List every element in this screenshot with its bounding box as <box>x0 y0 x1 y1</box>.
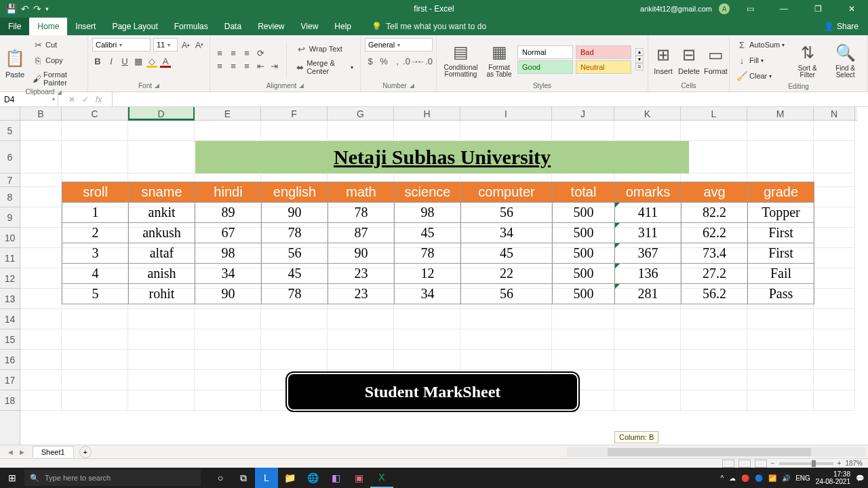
border-icon[interactable]: ▦ <box>133 56 144 66</box>
table-cell[interactable]: 3 <box>62 243 129 264</box>
formula-input[interactable] <box>113 92 868 106</box>
table-cell[interactable]: 5 <box>62 284 129 304</box>
table-cell[interactable]: 34 <box>461 223 553 243</box>
zoom-out-icon[interactable]: − <box>771 460 775 467</box>
table-header[interactable]: computer <box>461 182 553 203</box>
copy-button[interactable]: ⎘Copy <box>30 54 66 67</box>
row-header-11[interactable]: 11 <box>0 248 20 268</box>
taskbar-file-explorer[interactable]: 📁 <box>278 468 301 488</box>
table-header[interactable]: hindi <box>195 182 262 203</box>
table-cell[interactable]: 2 <box>62 223 129 243</box>
align-right-icon[interactable]: ≡ <box>241 60 252 71</box>
table-cell[interactable]: First <box>748 243 814 264</box>
wrap-text-button[interactable]: ↩Wrap Text <box>294 42 345 56</box>
view-page-break-icon[interactable] <box>755 460 767 468</box>
comma-icon[interactable]: , <box>392 56 403 66</box>
align-center-icon[interactable]: ≡ <box>228 60 239 71</box>
paste-button[interactable]: 📋 Paste <box>4 47 26 79</box>
taskbar-app-2[interactable]: ◧ <box>324 468 347 488</box>
conditional-formatting-button[interactable]: ▤Conditional Formatting <box>441 41 481 78</box>
row-header-10[interactable]: 10 <box>0 228 20 248</box>
fx-cancel-icon[interactable]: ✕ <box>68 95 75 104</box>
row-headers[interactable]: 56789101112131415161718 <box>0 121 20 445</box>
tray-notifications-icon[interactable]: 💬 <box>856 474 864 482</box>
table-cell[interactable]: 500 <box>553 284 615 304</box>
maximize-button[interactable]: ❐ <box>804 0 831 18</box>
column-header-B[interactable]: B <box>20 107 62 120</box>
table-header[interactable]: english <box>262 182 328 203</box>
table-cell[interactable]: 67 <box>195 223 262 243</box>
increase-decimal-icon[interactable]: .0→ <box>406 56 416 66</box>
clear-button[interactable]: 🧹Clear▾ <box>734 69 774 83</box>
tab-formulas[interactable]: Formulas <box>166 18 216 35</box>
account-avatar[interactable]: A <box>719 3 730 14</box>
styles-scroll-down-icon[interactable]: ▾ <box>635 56 644 63</box>
format-painter-button[interactable]: 🖌Format Painter <box>30 69 83 88</box>
merge-center-button[interactable]: ⬌Merge & Center▾ <box>294 58 356 77</box>
table-cell[interactable]: ankit <box>129 203 195 223</box>
tray-clock[interactable]: 17:38 24-08-2021 <box>816 470 850 485</box>
table-cell[interactable]: 34 <box>395 284 461 304</box>
table-cell[interactable]: 62.2 <box>682 223 748 243</box>
cell-style-normal[interactable]: Normal <box>517 45 573 59</box>
row-header-8[interactable]: 8 <box>0 187 20 207</box>
table-cell[interactable]: 78 <box>262 284 328 304</box>
table-cell[interactable]: 45 <box>395 223 461 243</box>
column-header-H[interactable]: H <box>394 107 460 120</box>
row-header-15[interactable]: 15 <box>0 329 20 350</box>
row-header-12[interactable]: 12 <box>0 268 20 289</box>
styles-more-icon[interactable]: ≡ <box>635 63 644 70</box>
minimize-button[interactable]: — <box>770 0 797 18</box>
insert-cells-button[interactable]: ⊞Insert <box>652 44 674 75</box>
table-cell[interactable]: 136 <box>615 264 682 284</box>
delete-cells-button[interactable]: ⊟Delete <box>678 44 700 75</box>
tab-file[interactable]: File <box>0 18 29 35</box>
taskbar-app-1[interactable]: L <box>255 468 278 488</box>
table-header[interactable]: sroll <box>62 182 129 203</box>
table-cell[interactable]: 78 <box>395 243 461 264</box>
table-cell[interactable]: 500 <box>553 223 615 243</box>
table-cell[interactable]: 45 <box>461 243 553 264</box>
cut-button[interactable]: ✂Cut <box>30 38 60 52</box>
table-cell[interactable]: Fail <box>748 264 814 284</box>
table-header[interactable]: sname <box>129 182 195 203</box>
cortana-icon[interactable]: ○ <box>209 468 232 488</box>
column-header-E[interactable]: E <box>195 107 261 120</box>
tray-onedrive-icon[interactable]: ☁ <box>729 474 736 482</box>
marks-table[interactable]: srollsnamehindienglishmathsciencecompute… <box>62 182 814 304</box>
sheet-nav-prev-icon[interactable]: ◄ <box>7 448 14 456</box>
share-button[interactable]: 👤 Share <box>824 18 868 35</box>
table-cell[interactable]: 22 <box>461 264 553 284</box>
taskbar-app-3[interactable]: ▣ <box>347 468 370 488</box>
table-cell[interactable]: Topper <box>748 203 814 223</box>
accounting-icon[interactable]: $ <box>365 56 376 66</box>
task-view-icon[interactable]: ⧉ <box>232 468 255 488</box>
tab-help[interactable]: Help <box>326 18 359 35</box>
table-cell[interactable]: 90 <box>328 243 395 264</box>
fx-insert-function-icon[interactable]: fx <box>96 95 102 104</box>
table-cell[interactable]: 82.2 <box>682 203 748 223</box>
zoom-in-icon[interactable]: + <box>837 460 842 467</box>
table-cell[interactable]: 311 <box>615 223 682 243</box>
orientation-icon[interactable]: ⟳ <box>255 47 266 58</box>
row-header-14[interactable]: 14 <box>0 309 20 329</box>
select-all-corner[interactable] <box>0 107 20 121</box>
table-cell[interactable]: 411 <box>615 203 682 223</box>
underline-icon[interactable]: U <box>119 56 130 66</box>
table-header[interactable]: science <box>395 182 461 203</box>
column-header-N[interactable]: N <box>814 107 855 120</box>
table-cell[interactable]: 78 <box>328 203 395 223</box>
find-select-button[interactable]: 🔍Find & Select <box>827 42 863 79</box>
fill-color-icon[interactable]: ◇ <box>146 56 157 66</box>
tab-data[interactable]: Data <box>216 18 250 35</box>
table-cell[interactable]: 367 <box>615 243 682 264</box>
table-cell[interactable]: 4 <box>62 264 129 284</box>
increase-font-icon[interactable]: A▴ <box>180 39 191 50</box>
alignment-dialog-icon[interactable]: ◢ <box>299 82 304 89</box>
table-cell[interactable]: 23 <box>328 284 395 304</box>
column-header-F[interactable]: F <box>261 107 328 120</box>
taskbar-excel[interactable]: X <box>370 468 393 488</box>
tray-wifi-icon[interactable]: 📶 <box>768 474 776 482</box>
decrease-indent-icon[interactable]: ⇤ <box>255 60 266 71</box>
subtitle-box[interactable]: Student MarkSheet <box>287 373 578 411</box>
